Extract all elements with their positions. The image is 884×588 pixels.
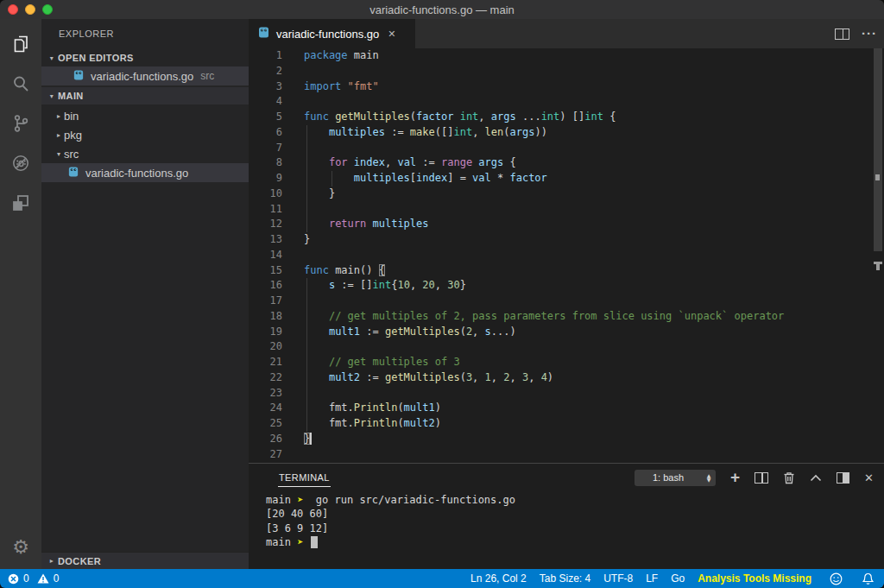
line-number: 16 — [249, 278, 282, 294]
more-actions-icon[interactable]: ··· — [862, 29, 877, 38]
close-tab-icon[interactable]: ✕ — [388, 28, 395, 40]
code-line[interactable]: 15func main() { — [249, 263, 872, 279]
debug-icon[interactable] — [0, 143, 41, 183]
section-open-editors[interactable]: ▾ OPEN EDITORS — [41, 49, 249, 66]
section-docker[interactable]: ▸ DOCKER — [41, 552, 249, 569]
code-line[interactable]: 26} — [249, 432, 872, 447]
indent-guide — [306, 155, 307, 171]
code-line[interactable]: 20 — [249, 339, 872, 355]
code-line[interactable]: 3import "fmt" — [249, 79, 872, 95]
code-line[interactable]: 19 mult1 := getMultiples(2, s...) — [249, 325, 872, 340]
code-line[interactable]: 24 fmt.Println(mult1) — [249, 401, 872, 416]
scrollbar-thumb[interactable] — [874, 48, 882, 251]
indent-guide — [306, 355, 307, 370]
panel-actions: 1: bash ▲▼ + — [635, 464, 874, 491]
terminal-line: main ➤ go run src/variadic-functions.go — [266, 493, 875, 507]
code-line[interactable]: 22 mult2 := getMultiples(3, 1, 2, 3, 4) — [249, 370, 872, 386]
close-window-button[interactable] — [8, 4, 18, 15]
line-number: 1 — [249, 48, 282, 64]
window-title: variadic-functions.go — main — [0, 3, 884, 16]
indent-guide — [306, 339, 307, 355]
code-line[interactable]: 9 multiples[index] = val * factor — [249, 171, 872, 187]
code-line[interactable]: 21 // get multiples of 3 — [249, 355, 872, 370]
extensions-icon[interactable] — [0, 183, 41, 223]
line-number: 9 — [249, 171, 282, 187]
code-line[interactable]: 4 — [249, 94, 872, 110]
terminal-output[interactable]: main ➤ go run src/variadic-functions.go[… — [266, 493, 875, 567]
tab-size[interactable]: Tab Size: 4 — [540, 572, 590, 585]
code-line[interactable]: 16 s := []int{10, 20, 30} — [249, 278, 872, 294]
terminal-shell-select[interactable]: 1: bash ▲▼ — [635, 470, 716, 486]
kill-terminal-icon[interactable] — [783, 471, 795, 484]
line-number: 13 — [249, 232, 282, 248]
line-number: 10 — [249, 187, 282, 202]
editor-scrollbar[interactable] — [872, 48, 884, 463]
section-main[interactable]: ▾ MAIN — [41, 87, 249, 104]
tab-terminal[interactable]: TERMINAL — [278, 468, 331, 487]
eol-indicator[interactable]: LF — [646, 572, 658, 585]
code-line[interactable]: 25 fmt.Println(mult2) — [249, 416, 872, 432]
new-terminal-icon[interactable]: + — [730, 471, 740, 484]
settings-gear-icon[interactable]: ⚙ — [0, 531, 41, 562]
code-line[interactable]: 12 return multiples — [249, 217, 872, 232]
line-number: 22 — [249, 370, 282, 386]
file-item-variadic-functions.go[interactable]: variadic-functions.gosrc — [41, 66, 249, 85]
code-line[interactable]: 13} — [249, 232, 872, 248]
code-editor[interactable]: 1package main23import "fmt"45func getMul… — [249, 48, 872, 463]
line-content: } — [304, 432, 312, 447]
line-number: 14 — [249, 248, 282, 263]
files-icon — [9, 33, 32, 55]
code-line[interactable]: 7 — [249, 141, 872, 156]
terminal-panel: TERMINAL 1: bash ▲▼ + — [249, 463, 884, 569]
line-number: 25 — [249, 416, 282, 432]
feedback-smiley-icon[interactable] — [830, 572, 843, 585]
cursor-position[interactable]: Ln 26, Col 2 — [470, 572, 527, 585]
problems-indicator[interactable]: 0 0 — [0, 572, 59, 585]
zoom-window-button[interactable] — [42, 4, 53, 15]
line-content: func getMultiples(factor int, args ...in… — [304, 110, 616, 125]
code-line[interactable]: 8 for index, val := range args { — [249, 155, 872, 171]
indent-guide — [306, 325, 307, 340]
search-icon[interactable] — [0, 64, 41, 104]
status-bar: 0 0 Ln 26, Col 2 Tab Size: 4 UTF-8 LF Go… — [0, 569, 884, 588]
code-line[interactable]: 5func getMultiples(factor int, args ...i… — [249, 110, 872, 125]
line-number: 15 — [249, 263, 282, 279]
line-content: fmt.Println(mult2) — [304, 416, 441, 432]
code-line[interactable]: 6 multiples := make([]int, len(args)) — [249, 125, 872, 141]
file-item-variadic-functions.go[interactable]: variadic-functions.go — [41, 163, 249, 182]
folder-item-bin[interactable]: ▸bin — [41, 106, 249, 125]
encoding[interactable]: UTF-8 — [603, 572, 633, 585]
toggle-panel-icon[interactable] — [837, 472, 849, 484]
folder-item-pkg[interactable]: ▸pkg — [41, 125, 249, 144]
line-content: s := []int{10, 20, 30} — [304, 278, 466, 294]
split-editor-icon[interactable] — [835, 28, 849, 40]
analysis-tools-notification[interactable]: Analysis Tools Missing — [698, 572, 811, 585]
code-line[interactable]: 17 — [249, 294, 872, 309]
minimize-window-button[interactable] — [25, 4, 35, 15]
code-line[interactable]: 1package main — [249, 48, 872, 64]
folder-item-src[interactable]: ▾src — [41, 144, 249, 163]
code-line[interactable]: 2 — [249, 64, 872, 79]
code-line[interactable]: 18 // get multiples of 2, pass parameter… — [249, 309, 872, 325]
code-line[interactable]: 14 — [249, 248, 872, 263]
line-number: 26 — [249, 432, 282, 447]
code-line[interactable]: 27 — [249, 447, 872, 463]
window-controls — [8, 0, 53, 19]
code-line[interactable]: 11 — [249, 202, 872, 218]
source-control-icon[interactable] — [0, 104, 41, 143]
line-number: 7 — [249, 141, 282, 156]
line-number: 6 — [249, 125, 282, 141]
editor-actions: ··· — [835, 19, 877, 48]
item-label: variadic-functions.go — [91, 70, 193, 83]
language-mode[interactable]: Go — [671, 572, 685, 585]
code-line[interactable]: 23 — [249, 386, 872, 401]
notifications-bell-icon[interactable] — [862, 572, 874, 585]
item-label: variadic-functions.go — [85, 167, 188, 180]
maximize-panel-icon[interactable] — [810, 474, 822, 482]
close-panel-icon[interactable]: ✕ — [864, 471, 874, 484]
code-line[interactable]: 10 } — [249, 187, 872, 202]
tab-variadic-functions[interactable]: variadic-functions.go ✕ — [249, 19, 415, 48]
explorer-icon[interactable] — [0, 24, 41, 64]
editor-area: variadic-functions.go ✕ ··· 1package mai… — [249, 19, 884, 569]
split-terminal-icon[interactable] — [755, 472, 768, 484]
